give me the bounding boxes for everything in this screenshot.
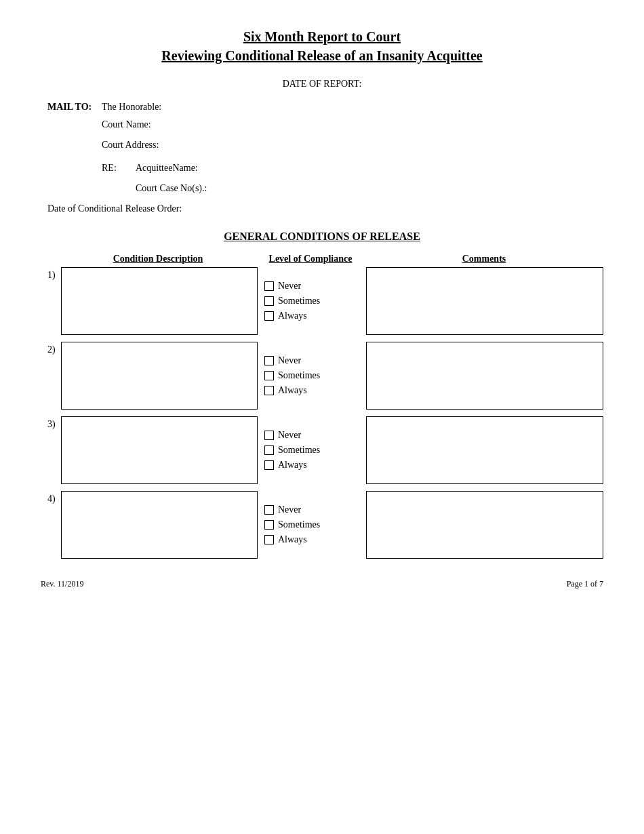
mail-to-label: MAIL TO: xyxy=(47,102,102,113)
checkbox-always-4[interactable] xyxy=(264,535,274,544)
checkbox-never-1[interactable] xyxy=(264,281,274,291)
compliance-sometimes-label-4: Sometimes xyxy=(278,519,320,530)
checkbox-never-4[interactable] xyxy=(264,505,274,515)
date-of-report-section: DATE OF REPORT: xyxy=(41,79,603,90)
re-label: RE: xyxy=(102,163,136,174)
row-number-2: 2) xyxy=(47,342,61,410)
compliance-sometimes-label-1: Sometimes xyxy=(278,296,320,306)
footer-revision: Rev. 11/2019 xyxy=(41,579,83,589)
date-conditional-release-label: Date of Conditional Release Order: xyxy=(47,203,182,214)
checkbox-always-2[interactable] xyxy=(264,386,274,395)
col-condition-header: Condition Description xyxy=(60,254,256,264)
compliance-never-1[interactable]: Never xyxy=(264,281,366,292)
checkbox-sometimes-4[interactable] xyxy=(264,520,274,530)
condition-box-2[interactable] xyxy=(61,342,258,410)
footer-page: Page 1 of 7 xyxy=(567,579,603,589)
compliance-never-3[interactable]: Never xyxy=(264,430,366,441)
comments-box-2[interactable] xyxy=(366,342,603,410)
comments-box-1[interactable] xyxy=(366,267,603,335)
general-conditions-title-text: GENERAL CONDITIONS OF RELEASE xyxy=(224,231,420,242)
general-conditions-title: GENERAL CONDITIONS OF RELEASE xyxy=(41,231,603,243)
page-container: Six Month Report to Court Reviewing Cond… xyxy=(41,27,603,807)
page-title: Six Month Report to Court Reviewing Cond… xyxy=(41,27,603,65)
compliance-never-label-3: Never xyxy=(278,430,301,441)
compliance-sometimes-3[interactable]: Sometimes xyxy=(264,445,366,456)
court-address-line: Court Address: xyxy=(102,140,603,151)
compliance-never-label-4: Never xyxy=(278,504,301,515)
comments-box-4[interactable] xyxy=(366,491,603,559)
condition-box-1[interactable] xyxy=(61,267,258,335)
row-number-3: 3) xyxy=(47,416,61,484)
checkbox-always-1[interactable] xyxy=(264,311,274,321)
compliance-never-4[interactable]: Never xyxy=(264,504,366,515)
title-line1: Six Month Report to Court xyxy=(243,29,401,44)
compliance-always-label-1: Always xyxy=(278,311,307,321)
checkbox-sometimes-3[interactable] xyxy=(264,445,274,455)
court-case-label: Court Case No(s).: xyxy=(136,183,207,194)
compliance-never-label-2: Never xyxy=(278,355,301,366)
compliance-always-4[interactable]: Always xyxy=(264,534,366,545)
compliance-always-label-4: Always xyxy=(278,534,307,545)
mail-to-row: MAIL TO: The Honorable: xyxy=(47,102,603,113)
condition-box-3[interactable] xyxy=(61,416,258,484)
acquittee-name-row: RE: AcquitteeName: xyxy=(102,163,603,174)
table-row: 2) Never Sometimes Always xyxy=(47,342,603,410)
acquittee-name-label: AcquitteeName: xyxy=(136,163,198,174)
title-section: Six Month Report to Court Reviewing Cond… xyxy=(41,27,603,65)
compliance-area-4: Never Sometimes Always xyxy=(258,491,366,559)
compliance-never-2[interactable]: Never xyxy=(264,355,366,366)
mail-section: MAIL TO: The Honorable: xyxy=(47,102,603,113)
compliance-sometimes-1[interactable]: Sometimes xyxy=(264,296,366,306)
footer: Rev. 11/2019 Page 1 of 7 xyxy=(41,579,603,589)
court-name-line: Court Name: xyxy=(102,119,603,130)
table-header-row: Condition Description Level of Complianc… xyxy=(60,254,603,264)
compliance-always-3[interactable]: Always xyxy=(264,460,366,471)
compliance-area-3: Never Sometimes Always xyxy=(258,416,366,484)
compliance-always-label-2: Always xyxy=(278,385,307,396)
compliance-sometimes-2[interactable]: Sometimes xyxy=(264,370,366,381)
table-row: 4) Never Sometimes Always xyxy=(47,491,603,559)
court-case-row: Court Case No(s).: xyxy=(102,183,603,194)
compliance-area-1: Never Sometimes Always xyxy=(258,267,366,335)
checkbox-sometimes-2[interactable] xyxy=(264,371,274,380)
court-name-label: Court Name: xyxy=(102,119,151,130)
court-address-label: Court Address: xyxy=(102,140,159,150)
compliance-sometimes-label-3: Sometimes xyxy=(278,445,320,456)
col-compliance-header: Level of Compliance xyxy=(256,254,365,264)
title-line2: Reviewing Conditional Release of an Insa… xyxy=(161,48,482,63)
condition-box-4[interactable] xyxy=(61,491,258,559)
row-number-1: 1) xyxy=(47,267,61,335)
comments-box-3[interactable] xyxy=(366,416,603,484)
conditional-release-date-section: Date of Conditional Release Order: xyxy=(47,203,603,214)
table-rows-container: 1) Never Sometimes Always 2) xyxy=(47,267,603,559)
compliance-area-2: Never Sometimes Always xyxy=(258,342,366,410)
col-comments-header: Comments xyxy=(365,254,603,264)
compliance-sometimes-label-2: Sometimes xyxy=(278,370,320,381)
compliance-always-1[interactable]: Always xyxy=(264,311,366,321)
checkbox-never-3[interactable] xyxy=(264,431,274,440)
compliance-never-label-1: Never xyxy=(278,281,301,292)
checkbox-sometimes-1[interactable] xyxy=(264,296,274,306)
checkbox-always-3[interactable] xyxy=(264,460,274,470)
compliance-sometimes-4[interactable]: Sometimes xyxy=(264,519,366,530)
the-honorable-label: The Honorable: xyxy=(102,102,603,113)
compliance-always-2[interactable]: Always xyxy=(264,385,366,396)
table-row: 1) Never Sometimes Always xyxy=(47,267,603,335)
checkbox-never-2[interactable] xyxy=(264,356,274,365)
compliance-always-label-3: Always xyxy=(278,460,307,471)
re-section: RE: AcquitteeName: Court Case No(s).: xyxy=(102,163,603,194)
row-number-4: 4) xyxy=(47,491,61,559)
date-of-report-label: DATE OF REPORT: xyxy=(283,79,362,89)
table-row: 3) Never Sometimes Always xyxy=(47,416,603,484)
